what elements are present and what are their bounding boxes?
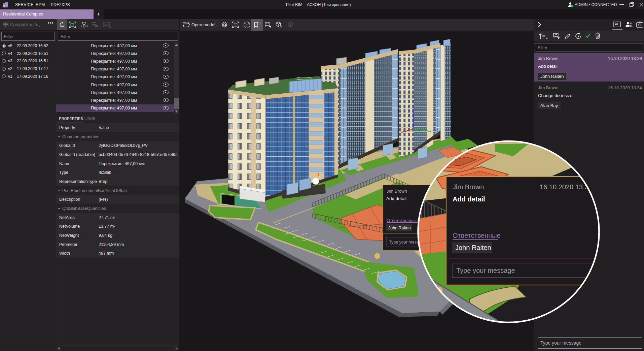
svg-text:Jim Brown: Jim Brown	[387, 189, 407, 194]
svg-text:A1: A1	[615, 23, 618, 26]
svg-text:Ответственные: Ответственные	[387, 218, 418, 223]
svg-text:John Raiten: John Raiten	[388, 226, 411, 230]
svg-text:Type your message: Type your message	[389, 240, 426, 245]
svg-text:Add detail: Add detail	[386, 196, 406, 201]
